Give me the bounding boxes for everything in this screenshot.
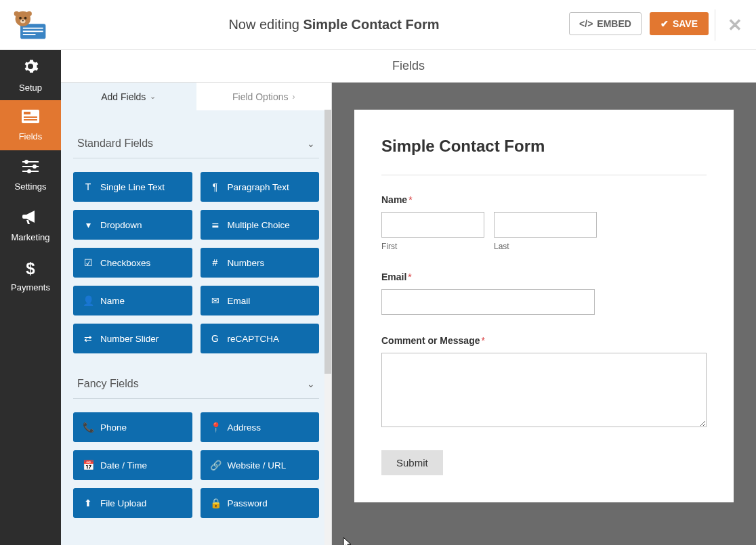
field-label: Name* <box>381 194 707 205</box>
embed-button[interactable]: </> EMBED <box>569 12 642 35</box>
sublabel-first: First <box>381 242 484 251</box>
field-icon: ⇄ <box>83 333 93 344</box>
last-name-input[interactable] <box>494 212 597 238</box>
svg-point-10 <box>26 11 31 16</box>
nav-label: Payments <box>11 282 50 292</box>
nav-payments[interactable]: $ Payments <box>0 250 61 301</box>
form-preview-title: Simple Contact Form <box>381 137 707 175</box>
submit-button[interactable]: Submit <box>381 450 443 475</box>
field-btn-numbers[interactable]: #Numbers <box>201 248 320 278</box>
field-btn-number-slider[interactable]: ⇄Number Slider <box>73 324 192 353</box>
svg-rect-14 <box>24 119 37 121</box>
nav-setup[interactable]: Setup <box>0 50 61 100</box>
field-btn-phone[interactable]: 📞Phone <box>73 412 192 442</box>
field-icon: 📍 <box>210 422 221 433</box>
dollar-icon: $ <box>26 259 35 278</box>
nav-settings[interactable]: Settings <box>0 150 61 200</box>
svg-rect-3 <box>23 34 36 35</box>
main: Fields Add Fields ⌄ Field Options › Stan <box>61 50 756 545</box>
field-icon: ✉ <box>210 295 221 306</box>
group-standard-fields[interactable]: Standard Fields ⌄ <box>73 129 319 158</box>
code-icon: </> <box>579 18 593 29</box>
field-btn-password[interactable]: 🔒Password <box>201 488 320 518</box>
field-button-label: Name <box>100 296 125 306</box>
form-icon <box>22 110 39 127</box>
standard-fields-grid: TSingle Line Text¶Paragraph Text▾Dropdow… <box>73 172 319 353</box>
sublabel-last: Last <box>494 242 597 251</box>
field-btn-dropdown[interactable]: ▾Dropdown <box>73 210 192 240</box>
scrollbar-track[interactable] <box>324 110 331 545</box>
field-btn-multiple-choice[interactable]: ≣Multiple Choice <box>201 210 320 240</box>
field-email[interactable]: Email* <box>381 271 707 315</box>
page-title: Now editing Simple Contact Form <box>61 17 607 32</box>
nav-label: Settings <box>15 181 47 192</box>
svg-point-5 <box>19 16 22 19</box>
field-icon: 👤 <box>83 295 93 306</box>
editing-prefix: Now editing <box>228 17 303 32</box>
field-button-label: Date / Time <box>100 460 147 471</box>
tab-add-fields[interactable]: Add Fields ⌄ <box>61 83 196 110</box>
left-nav: Setup Fields Settings Marketing $ Paymen… <box>0 50 61 545</box>
nav-marketing[interactable]: Marketing <box>0 200 61 250</box>
nav-label: Marketing <box>11 232 49 242</box>
svg-rect-12 <box>24 112 30 114</box>
field-icon: ▾ <box>83 219 93 230</box>
group-fancy-fields[interactable]: Fancy Fields ⌄ <box>73 370 319 399</box>
field-btn-website-url[interactable]: 🔗Website / URL <box>201 450 320 480</box>
svg-rect-13 <box>24 116 37 118</box>
svg-rect-1 <box>23 27 43 28</box>
field-name[interactable]: Name* First Last <box>381 194 707 251</box>
tab-field-options[interactable]: Field Options › <box>196 83 332 110</box>
top-actions: </> EMBED ✔ SAVE <box>569 12 709 35</box>
first-name-input[interactable] <box>381 212 484 238</box>
field-icon: ≣ <box>210 219 221 230</box>
comment-textarea[interactable] <box>381 353 707 427</box>
field-button-label: Number Slider <box>100 334 159 344</box>
divider <box>715 9 715 41</box>
field-btn-paragraph-text[interactable]: ¶Paragraph Text <box>201 172 320 202</box>
field-button-label: Multiple Choice <box>228 220 290 230</box>
app-logo <box>0 9 61 41</box>
save-button[interactable]: ✔ SAVE <box>650 12 709 35</box>
field-icon: 📅 <box>83 460 93 471</box>
field-button-label: Single Line Text <box>100 182 165 192</box>
field-btn-email[interactable]: ✉Email <box>201 286 320 315</box>
check-icon: ✔ <box>660 18 669 29</box>
field-btn-single-line-text[interactable]: TSingle Line Text <box>73 172 192 202</box>
svg-point-9 <box>14 11 19 16</box>
chevron-down-icon: ⌄ <box>307 138 315 149</box>
field-btn-address[interactable]: 📍Address <box>201 412 320 442</box>
nav-label: Setup <box>19 83 42 93</box>
group-title: Fancy Fields <box>77 378 139 390</box>
field-button-label: Paragraph Text <box>228 182 289 192</box>
field-panel: Add Fields ⌄ Field Options › Standard Fi… <box>61 83 332 545</box>
field-btn-date-time[interactable]: 📅Date / Time <box>73 450 192 480</box>
tab-label: Add Fields <box>101 91 146 102</box>
nav-fields[interactable]: Fields <box>0 100 61 150</box>
workspace: Add Fields ⌄ Field Options › Standard Fi… <box>61 83 756 545</box>
top-bar: Now editing Simple Contact Form </> EMBE… <box>0 0 756 50</box>
field-button-label: File Upload <box>100 498 146 508</box>
field-btn-name[interactable]: 👤Name <box>73 286 192 315</box>
chevron-right-icon: › <box>292 92 295 102</box>
svg-point-6 <box>24 16 27 19</box>
field-button-label: Numbers <box>228 258 265 268</box>
sliders-icon <box>22 160 39 177</box>
svg-point-18 <box>33 165 37 169</box>
field-icon: 🔒 <box>210 498 221 508</box>
field-btn-recaptcha[interactable]: GreCAPTCHA <box>201 324 320 353</box>
email-input[interactable] <box>381 289 595 315</box>
field-btn-file-upload[interactable]: ⬆File Upload <box>73 488 192 518</box>
field-button-label: Checkboxes <box>100 258 150 268</box>
field-icon: 🔗 <box>210 460 221 471</box>
svg-point-16 <box>24 160 28 164</box>
embed-button-label: EMBED <box>597 18 631 29</box>
chevron-down-icon: ⌄ <box>307 378 315 389</box>
close-button[interactable]: ✕ <box>728 15 742 36</box>
field-comment[interactable]: Comment or Message* <box>381 335 707 430</box>
field-btn-checkboxes[interactable]: ☑Checkboxes <box>73 248 192 278</box>
form-canvas: Simple Contact Form Name* First Last <box>332 83 756 545</box>
required-mark: * <box>408 271 411 282</box>
scrollbar-thumb[interactable] <box>324 110 331 374</box>
field-icon: ☑ <box>83 257 93 268</box>
